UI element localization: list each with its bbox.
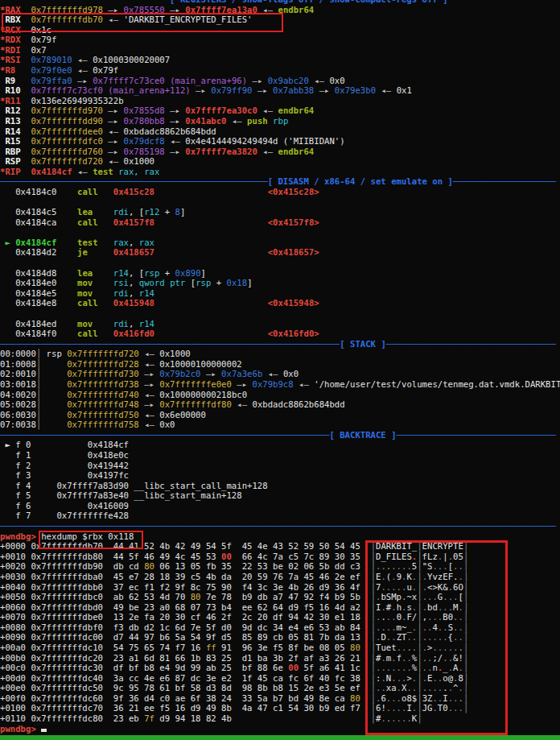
disasm-row: 0x4184e8 call 0x415948 <0x415948> [0, 299, 560, 309]
disasm-row: 0x4184ca call 0x4157f8 <0x4157f8> [0, 218, 560, 229]
register-row-rbx: RBX 0x7fffffffdb70 ◂— 'DARKBIT_ENCRYPTED… [0, 15, 560, 26]
register-row-rcx: *RCX 0x1c [0, 26, 560, 36]
terminal-cursor [41, 729, 47, 732]
status-bar [0, 735, 560, 740]
pwndbg-terminal[interactable]: ─────────────────────────────────[ REGIS… [0, 0, 560, 740]
register-row-rdx: *RDX 0x79f [0, 35, 560, 46]
disasm-row: 0x4184d2 je 0x418657 <0x418657> [0, 248, 560, 258]
terminal-lines: ─────────────────────────────────[ REGIS… [0, 0, 560, 734]
disasm-row: 0x4184c0 call 0x415c28 <0x415c28> [0, 188, 560, 198]
prompt-input-line[interactable]: pwndbg> [0, 725, 560, 735]
hexdump-row: +0110 0x7fffffffdc80 23 eb 7f d9 94 18 8… [0, 714, 560, 725]
